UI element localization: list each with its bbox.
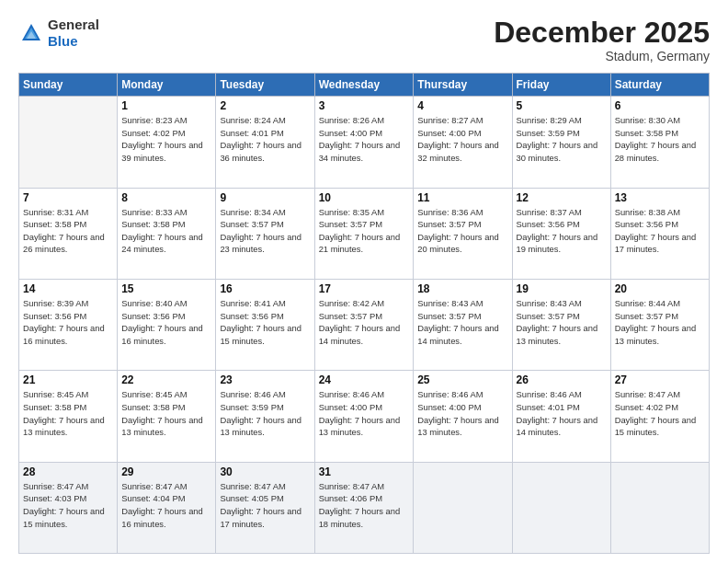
- calendar-cell: 22Sunrise: 8:45 AMSunset: 3:58 PMDayligh…: [118, 371, 216, 462]
- logo: General Blue: [18, 17, 99, 50]
- calendar-cell: [512, 462, 610, 553]
- day-number: 5: [517, 99, 607, 112]
- day-header-thursday: Thursday: [414, 74, 512, 97]
- logo-general-text: General: [48, 17, 99, 32]
- day-info: Sunrise: 8:29 AMSunset: 3:59 PMDaylight:…: [517, 114, 607, 165]
- day-info: Sunrise: 8:33 AMSunset: 3:58 PMDaylight:…: [121, 206, 211, 257]
- calendar-cell: 16Sunrise: 8:41 AMSunset: 3:56 PMDayligh…: [216, 279, 314, 370]
- page: General Blue December 2025 Stadum, Germa…: [0, 0, 728, 563]
- calendar-cell: 15Sunrise: 8:40 AMSunset: 3:56 PMDayligh…: [118, 279, 216, 370]
- day-info: Sunrise: 8:47 AMSunset: 4:04 PMDaylight:…: [121, 480, 211, 531]
- calendar-cell: 11Sunrise: 8:36 AMSunset: 3:57 PMDayligh…: [414, 188, 512, 279]
- week-row-3: 14Sunrise: 8:39 AMSunset: 3:56 PMDayligh…: [19, 279, 710, 370]
- day-number: 29: [121, 465, 211, 478]
- calendar-cell: 5Sunrise: 8:29 AMSunset: 3:59 PMDaylight…: [512, 97, 610, 188]
- calendar-cell: 13Sunrise: 8:38 AMSunset: 3:56 PMDayligh…: [610, 188, 709, 279]
- day-number: 1: [121, 99, 211, 112]
- calendar-cell: 17Sunrise: 8:42 AMSunset: 3:57 PMDayligh…: [314, 279, 414, 370]
- calendar-cell: 2Sunrise: 8:24 AMSunset: 4:01 PMDaylight…: [216, 97, 314, 188]
- day-info: Sunrise: 8:36 AMSunset: 3:57 PMDaylight:…: [417, 206, 507, 257]
- calendar-cell: 10Sunrise: 8:35 AMSunset: 3:57 PMDayligh…: [314, 188, 414, 279]
- day-info: Sunrise: 8:40 AMSunset: 3:56 PMDaylight:…: [121, 297, 211, 348]
- day-number: 24: [319, 373, 410, 386]
- calendar-cell: 31Sunrise: 8:47 AMSunset: 4:06 PMDayligh…: [314, 462, 414, 553]
- day-info: Sunrise: 8:46 AMSunset: 4:01 PMDaylight:…: [517, 388, 607, 439]
- day-number: 13: [615, 191, 705, 204]
- day-info: Sunrise: 8:47 AMSunset: 4:03 PMDaylight:…: [23, 480, 113, 531]
- day-info: Sunrise: 8:47 AMSunset: 4:06 PMDaylight:…: [319, 480, 410, 531]
- day-number: 26: [517, 373, 607, 386]
- title-block: December 2025 Stadum, Germany: [494, 17, 710, 63]
- day-number: 3: [319, 99, 410, 112]
- title-month: December 2025: [494, 17, 710, 49]
- day-number: 15: [121, 282, 211, 295]
- calendar-cell: 29Sunrise: 8:47 AMSunset: 4:04 PMDayligh…: [118, 462, 216, 553]
- week-row-2: 7Sunrise: 8:31 AMSunset: 3:58 PMDaylight…: [19, 188, 710, 279]
- day-header-sunday: Sunday: [19, 74, 118, 97]
- day-info: Sunrise: 8:35 AMSunset: 3:57 PMDaylight:…: [319, 206, 410, 257]
- calendar-cell: 14Sunrise: 8:39 AMSunset: 3:56 PMDayligh…: [19, 279, 118, 370]
- calendar-cell: 4Sunrise: 8:27 AMSunset: 4:00 PMDaylight…: [414, 97, 512, 188]
- day-info: Sunrise: 8:45 AMSunset: 3:58 PMDaylight:…: [23, 388, 113, 439]
- day-info: Sunrise: 8:47 AMSunset: 4:02 PMDaylight:…: [615, 388, 705, 439]
- calendar-cell: 19Sunrise: 8:43 AMSunset: 3:57 PMDayligh…: [512, 279, 610, 370]
- day-info: Sunrise: 8:26 AMSunset: 4:00 PMDaylight:…: [319, 114, 410, 165]
- calendar-cell: 20Sunrise: 8:44 AMSunset: 3:57 PMDayligh…: [610, 279, 709, 370]
- calendar-cell: 9Sunrise: 8:34 AMSunset: 3:57 PMDaylight…: [216, 188, 314, 279]
- day-info: Sunrise: 8:34 AMSunset: 3:57 PMDaylight:…: [220, 206, 310, 257]
- day-info: Sunrise: 8:24 AMSunset: 4:01 PMDaylight:…: [220, 114, 310, 165]
- day-info: Sunrise: 8:46 AMSunset: 4:00 PMDaylight:…: [319, 388, 410, 439]
- day-info: Sunrise: 8:37 AMSunset: 3:56 PMDaylight:…: [517, 206, 607, 257]
- day-info: Sunrise: 8:39 AMSunset: 3:56 PMDaylight:…: [23, 297, 113, 348]
- calendar-cell: 12Sunrise: 8:37 AMSunset: 3:56 PMDayligh…: [512, 188, 610, 279]
- calendar-cell: 1Sunrise: 8:23 AMSunset: 4:02 PMDaylight…: [118, 97, 216, 188]
- day-info: Sunrise: 8:46 AMSunset: 3:59 PMDaylight:…: [220, 388, 310, 439]
- calendar-cell: 23Sunrise: 8:46 AMSunset: 3:59 PMDayligh…: [216, 371, 314, 462]
- day-info: Sunrise: 8:31 AMSunset: 3:58 PMDaylight:…: [23, 206, 113, 257]
- day-number: 7: [23, 191, 113, 204]
- calendar-cell: 26Sunrise: 8:46 AMSunset: 4:01 PMDayligh…: [512, 371, 610, 462]
- day-info: Sunrise: 8:27 AMSunset: 4:00 PMDaylight:…: [417, 114, 507, 165]
- day-info: Sunrise: 8:44 AMSunset: 3:57 PMDaylight:…: [615, 297, 705, 348]
- day-number: 19: [517, 282, 607, 295]
- day-info: Sunrise: 8:42 AMSunset: 3:57 PMDaylight:…: [319, 297, 410, 348]
- calendar-body: 1Sunrise: 8:23 AMSunset: 4:02 PMDaylight…: [19, 97, 710, 554]
- header: General Blue December 2025 Stadum, Germa…: [18, 17, 710, 63]
- calendar-cell: 7Sunrise: 8:31 AMSunset: 3:58 PMDaylight…: [19, 188, 118, 279]
- calendar-cell: 24Sunrise: 8:46 AMSunset: 4:00 PMDayligh…: [314, 371, 414, 462]
- day-info: Sunrise: 8:43 AMSunset: 3:57 PMDaylight:…: [517, 297, 607, 348]
- calendar-cell: 3Sunrise: 8:26 AMSunset: 4:00 PMDaylight…: [314, 97, 414, 188]
- day-info: Sunrise: 8:43 AMSunset: 3:57 PMDaylight:…: [417, 297, 507, 348]
- logo-text: General Blue: [48, 17, 99, 50]
- day-number: 10: [319, 191, 410, 204]
- calendar-table: SundayMondayTuesdayWednesdayThursdayFrid…: [18, 73, 710, 554]
- calendar-cell: 28Sunrise: 8:47 AMSunset: 4:03 PMDayligh…: [19, 462, 118, 553]
- calendar-cell: 30Sunrise: 8:47 AMSunset: 4:05 PMDayligh…: [216, 462, 314, 553]
- calendar-cell: 25Sunrise: 8:46 AMSunset: 4:00 PMDayligh…: [414, 371, 512, 462]
- day-number: 25: [417, 373, 507, 386]
- logo-icon: [18, 20, 44, 46]
- day-number: 14: [23, 282, 113, 295]
- day-number: 31: [319, 465, 410, 478]
- day-number: 9: [220, 191, 310, 204]
- day-number: 4: [417, 99, 507, 112]
- day-info: Sunrise: 8:45 AMSunset: 3:58 PMDaylight:…: [121, 388, 211, 439]
- day-number: 22: [121, 373, 211, 386]
- day-info: Sunrise: 8:47 AMSunset: 4:05 PMDaylight:…: [220, 480, 310, 531]
- day-info: Sunrise: 8:38 AMSunset: 3:56 PMDaylight:…: [615, 206, 705, 257]
- calendar-cell: 27Sunrise: 8:47 AMSunset: 4:02 PMDayligh…: [610, 371, 709, 462]
- day-info: Sunrise: 8:30 AMSunset: 3:58 PMDaylight:…: [615, 114, 705, 165]
- day-info: Sunrise: 8:41 AMSunset: 3:56 PMDaylight:…: [220, 297, 310, 348]
- day-header-saturday: Saturday: [610, 74, 709, 97]
- week-row-4: 21Sunrise: 8:45 AMSunset: 3:58 PMDayligh…: [19, 371, 710, 462]
- day-number: 28: [23, 465, 113, 478]
- logo-blue-text: Blue: [48, 33, 78, 49]
- day-number: 6: [615, 99, 705, 112]
- day-info: Sunrise: 8:23 AMSunset: 4:02 PMDaylight:…: [121, 114, 211, 165]
- day-number: 23: [220, 373, 310, 386]
- day-number: 12: [517, 191, 607, 204]
- calendar-cell: 6Sunrise: 8:30 AMSunset: 3:58 PMDaylight…: [610, 97, 709, 188]
- day-number: 16: [220, 282, 310, 295]
- calendar-cell: 8Sunrise: 8:33 AMSunset: 3:58 PMDaylight…: [118, 188, 216, 279]
- day-header-wednesday: Wednesday: [314, 74, 414, 97]
